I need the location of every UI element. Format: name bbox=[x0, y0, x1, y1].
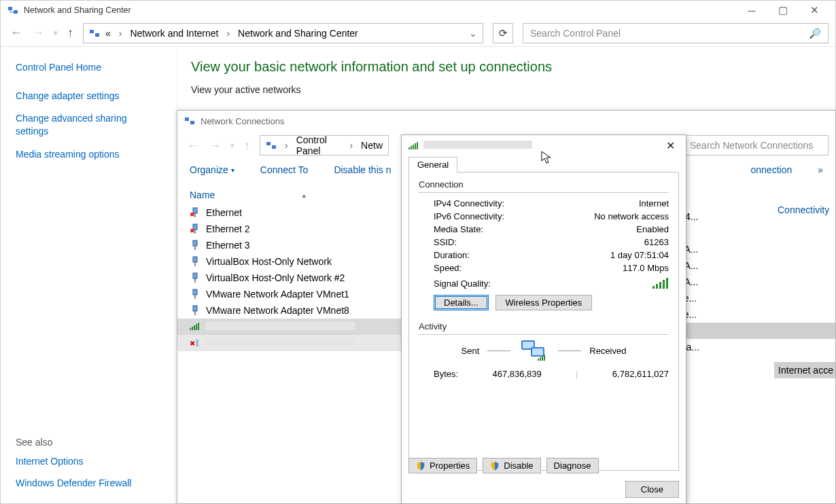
bt-x-icon: ✖ᛒ bbox=[190, 338, 201, 348]
connectivity-value: Internet acce bbox=[774, 362, 835, 378]
dialog-title-redacted bbox=[423, 141, 662, 151]
column-header-name[interactable]: Name▲ bbox=[177, 185, 402, 204]
crumb-pre[interactable]: « bbox=[105, 28, 111, 39]
organize-menu[interactable]: Organize▾ bbox=[190, 164, 234, 175]
group-activity-label: Activity bbox=[419, 321, 669, 331]
breadcrumb-netw[interactable]: Netw bbox=[361, 140, 383, 151]
column-header-connectivity[interactable]: Connectivity bbox=[778, 204, 835, 215]
sidebar-adapter-settings[interactable]: Change adapter settings bbox=[16, 90, 162, 101]
connection-label: Ethernet 2 bbox=[206, 223, 250, 234]
connect-to-button[interactable]: Connect To bbox=[260, 164, 309, 175]
history-dropdown[interactable]: ▾ bbox=[230, 141, 234, 150]
connection-row[interactable]: VirtualBox Host-Only Network #2 bbox=[177, 270, 402, 286]
search-icon: 🔍 bbox=[809, 28, 821, 39]
eth-icon bbox=[190, 240, 201, 251]
tab-body: Connection IPv4 Connectivity:Internet IP… bbox=[408, 172, 679, 471]
connection-row[interactable]: VMware Network Adapter VMnet1 bbox=[177, 286, 402, 302]
bytes-label: Bytes: bbox=[434, 369, 458, 379]
connection-row[interactable]: VMware Network Adapter VMnet8 bbox=[177, 302, 402, 319]
back-button[interactable]: ← bbox=[10, 26, 22, 40]
svg-rect-40 bbox=[666, 278, 668, 289]
toolbar-overflow[interactable]: » bbox=[818, 164, 823, 175]
back-button[interactable]: ← bbox=[187, 139, 199, 153]
diagnose-trunc[interactable]: onnection bbox=[750, 164, 792, 175]
eth-icon bbox=[190, 289, 201, 300]
svg-rect-19 bbox=[194, 278, 196, 283]
connection-row[interactable]: ✖ᛒ bbox=[177, 335, 402, 351]
svg-rect-1 bbox=[14, 10, 18, 14]
disable-button-trunc[interactable]: Disable this n bbox=[334, 164, 391, 175]
chevron-right-icon: › bbox=[226, 28, 230, 39]
dialog-wifi-status: ✕ General Connection IPv4 Connectivity:I… bbox=[401, 134, 686, 504]
breadcrumb-sharing-center[interactable]: Network and Sharing Center bbox=[238, 28, 358, 39]
wifi-icon bbox=[408, 141, 419, 150]
history-dropdown[interactable]: ▾ bbox=[54, 29, 58, 37]
forward-button[interactable]: → bbox=[32, 26, 44, 40]
disable-button[interactable]: Disable bbox=[483, 458, 540, 473]
minimize-button[interactable]: ─ bbox=[736, 1, 767, 20]
dialog-titlebar: ✕ bbox=[402, 135, 686, 156]
svg-rect-32 bbox=[411, 146, 412, 149]
address-bar-row: ← → ▾ ↑ « › Network and Internet › Netwo… bbox=[1, 20, 835, 47]
sidebar-home[interactable]: Control Panel Home bbox=[16, 62, 162, 73]
connection-list: Name▲ ✖Ethernet✖Ethernet 2Ethernet 3Virt… bbox=[177, 180, 402, 357]
diagnose-button[interactable]: Diagnose bbox=[546, 458, 599, 473]
activity-graphic: Sent Received bbox=[419, 339, 669, 362]
sort-asc-icon: ▲ bbox=[300, 192, 307, 199]
connection-row[interactable]: ✖Ethernet 2 bbox=[177, 221, 402, 237]
ipv4-value: Internet bbox=[639, 198, 669, 209]
search-input-nc[interactable]: Search Network Connections bbox=[682, 135, 829, 156]
svg-rect-18 bbox=[193, 273, 197, 278]
svg-rect-0 bbox=[8, 7, 12, 10]
svg-rect-16 bbox=[193, 257, 197, 262]
tab-general[interactable]: General bbox=[408, 157, 457, 173]
svg-rect-14 bbox=[193, 240, 197, 246]
sidebar-advanced-sharing[interactable]: Change advanced sharing settings bbox=[16, 112, 162, 138]
svg-rect-35 bbox=[417, 142, 418, 149]
address-bar-nc[interactable]: › Control Panel › Netw bbox=[260, 135, 389, 156]
search-input[interactable]: Search Control Panel 🔍 bbox=[523, 23, 829, 43]
sidebar-media-streaming[interactable]: Media streaming options bbox=[16, 149, 162, 160]
svg-rect-31 bbox=[408, 147, 410, 149]
speed-value: 117.0 Mbps bbox=[623, 263, 669, 273]
shield-icon bbox=[490, 461, 500, 471]
signal-label: Signal Quality: bbox=[434, 278, 491, 289]
dialog-close-button[interactable]: ✕ bbox=[662, 139, 679, 152]
up-button[interactable]: ↑ bbox=[244, 139, 250, 153]
svg-rect-26 bbox=[194, 325, 195, 330]
breadcrumb-network-internet[interactable]: Network and Internet bbox=[130, 28, 218, 39]
forward-button[interactable]: → bbox=[209, 139, 221, 153]
connection-label: VirtualBox Host-Only Network #2 bbox=[206, 272, 345, 283]
sidebar-internet-options[interactable]: Internet Options bbox=[16, 456, 162, 467]
svg-rect-22 bbox=[193, 306, 197, 311]
search-placeholder-nc: Search Network Connections bbox=[690, 140, 821, 151]
properties-button[interactable]: Properties bbox=[408, 458, 477, 473]
connection-label bbox=[206, 338, 355, 348]
connection-row[interactable]: Ethernet 3 bbox=[177, 237, 402, 253]
connection-row[interactable]: VirtualBox Host-Only Network bbox=[177, 253, 402, 270]
svg-rect-28 bbox=[198, 323, 199, 330]
close-button-dlg[interactable]: Close bbox=[625, 481, 679, 498]
connection-label: Ethernet 3 bbox=[206, 240, 250, 251]
titlebar: Network and Sharing Center ─ ▢ ✕ bbox=[1, 1, 835, 20]
connection-row[interactable]: ✖Ethernet bbox=[177, 204, 402, 221]
address-dropdown[interactable]: ⌄ bbox=[469, 28, 477, 39]
details-button[interactable]: Details... bbox=[434, 295, 489, 310]
wireless-properties-button[interactable]: Wireless Properties bbox=[495, 295, 593, 310]
breadcrumb-control-panel[interactable]: Control Panel bbox=[296, 134, 342, 156]
svg-text:✖: ✖ bbox=[190, 211, 195, 218]
refresh-button[interactable]: ⟳ bbox=[493, 23, 513, 43]
wifi-icon bbox=[190, 321, 201, 332]
connection-row[interactable] bbox=[177, 319, 402, 335]
maximize-button[interactable]: ▢ bbox=[767, 1, 799, 20]
svg-rect-39 bbox=[663, 280, 665, 289]
up-button[interactable]: ↑ bbox=[67, 26, 73, 40]
svg-rect-48 bbox=[544, 355, 545, 361]
sidebar-defender-firewall[interactable]: Windows Defender Firewall bbox=[16, 478, 162, 488]
close-button[interactable]: ✕ bbox=[799, 1, 830, 20]
divider bbox=[419, 334, 669, 335]
window-controls: ─ ▢ ✕ bbox=[736, 1, 830, 20]
window-title-nc: Network Connections bbox=[201, 116, 830, 126]
address-bar[interactable]: « › Network and Internet › Network and S… bbox=[83, 23, 483, 43]
svg-rect-21 bbox=[194, 295, 196, 299]
